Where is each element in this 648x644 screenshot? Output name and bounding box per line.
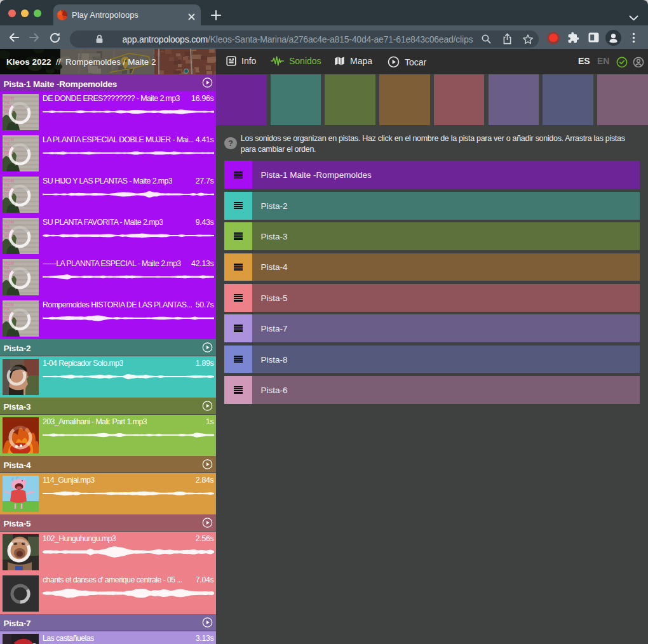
svg-text:PA: PA — [4, 100, 10, 105]
svg-text:PA: PA — [4, 307, 10, 311]
svg-text:PA: PA — [4, 183, 10, 187]
svg-text:PA: PA — [4, 224, 10, 229]
svg-text:ROM: ROM — [4, 302, 14, 307]
svg-text:PA: PA — [4, 142, 10, 146]
svg-text:ROM: ROM — [4, 261, 14, 265]
svg-text:ROM: ROM — [4, 178, 14, 183]
svg-text:ROM: ROM — [4, 96, 14, 100]
svg-text:PA: PA — [4, 265, 10, 270]
svg-text:ROM: ROM — [4, 137, 14, 142]
svg-text:ROM: ROM — [4, 220, 14, 224]
